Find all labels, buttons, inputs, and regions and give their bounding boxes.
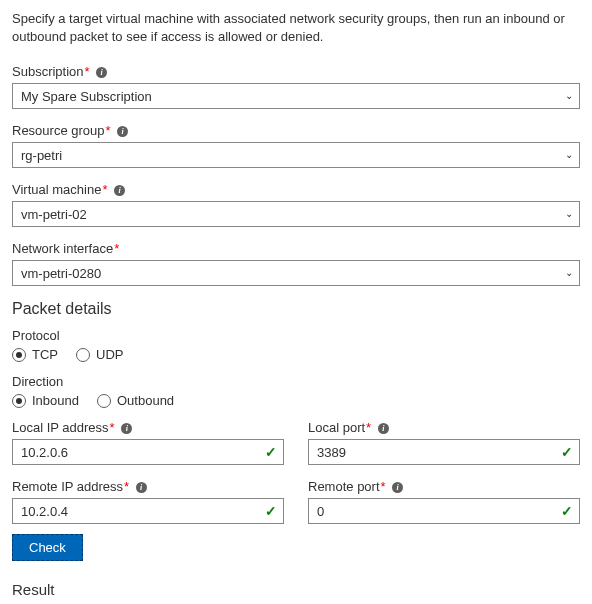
resource-group-label: Resource group* i [12,123,580,138]
required-asterisk: * [124,479,129,494]
checkmark-icon: ✓ [265,444,277,460]
subscription-value: My Spare Subscription [21,89,152,104]
required-asterisk: * [110,420,115,435]
vm-dropdown[interactable]: vm-petri-02 ⌄ [12,201,580,227]
vm-label: Virtual machine* i [12,182,580,197]
local-ip-value: 10.2.0.6 [21,445,68,460]
radio-icon [76,348,90,362]
direction-inbound-radio[interactable]: Inbound [12,393,79,408]
subscription-label: Subscription* i [12,64,580,79]
direction-label: Direction [12,374,580,389]
remote-port-label: Remote port* i [308,479,580,494]
local-port-input[interactable]: 3389 ✓ [308,439,580,465]
resource-group-dropdown[interactable]: rg-petri ⌄ [12,142,580,168]
check-button[interactable]: Check [12,534,83,561]
subscription-dropdown[interactable]: My Spare Subscription ⌄ [12,83,580,109]
vm-value: vm-petri-02 [21,207,87,222]
chevron-down-icon: ⌄ [565,90,573,101]
radio-icon [12,394,26,408]
packet-details-title: Packet details [12,300,580,318]
required-asterisk: * [85,64,90,79]
remote-port-input[interactable]: 0 ✓ [308,498,580,524]
required-asterisk: * [114,241,119,256]
info-icon[interactable]: i [117,126,128,137]
resource-group-value: rg-petri [21,148,62,163]
remote-ip-label: Remote IP address* i [12,479,284,494]
remote-ip-input[interactable]: 10.2.0.4 ✓ [12,498,284,524]
chevron-down-icon: ⌄ [565,149,573,160]
result-title: Result [12,581,580,598]
chevron-down-icon: ⌄ [565,208,573,219]
local-port-label: Local port* i [308,420,580,435]
local-ip-input[interactable]: 10.2.0.6 ✓ [12,439,284,465]
checkmark-icon: ✓ [265,503,277,519]
info-icon[interactable]: i [136,482,147,493]
info-icon[interactable]: i [378,423,389,434]
direction-outbound-label: Outbound [117,393,174,408]
info-icon[interactable]: i [114,185,125,196]
required-asterisk: * [381,479,386,494]
required-asterisk: * [106,123,111,138]
required-asterisk: * [366,420,371,435]
nic-dropdown[interactable]: vm-petri-0280 ⌄ [12,260,580,286]
required-asterisk: * [102,182,107,197]
protocol-tcp-radio[interactable]: TCP [12,347,58,362]
protocol-udp-radio[interactable]: UDP [76,347,123,362]
remote-port-value: 0 [317,504,324,519]
chevron-down-icon: ⌄ [565,267,573,278]
protocol-label: Protocol [12,328,580,343]
info-icon[interactable]: i [96,67,107,78]
info-icon[interactable]: i [121,423,132,434]
protocol-udp-label: UDP [96,347,123,362]
remote-ip-value: 10.2.0.4 [21,504,68,519]
direction-outbound-radio[interactable]: Outbound [97,393,174,408]
local-ip-label: Local IP address* i [12,420,284,435]
nic-label: Network interface* [12,241,580,256]
radio-icon [97,394,111,408]
checkmark-icon: ✓ [561,444,573,460]
local-port-value: 3389 [317,445,346,460]
direction-inbound-label: Inbound [32,393,79,408]
intro-text: Specify a target virtual machine with as… [12,10,580,46]
checkmark-icon: ✓ [561,503,573,519]
protocol-tcp-label: TCP [32,347,58,362]
nic-value: vm-petri-0280 [21,266,101,281]
radio-icon [12,348,26,362]
info-icon[interactable]: i [392,482,403,493]
